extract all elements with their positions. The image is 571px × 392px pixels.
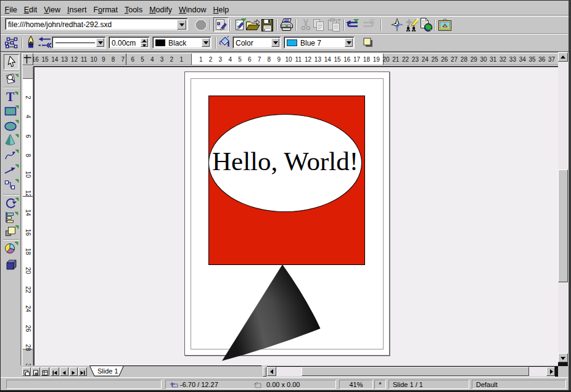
svg-text:Slide 1: Slide 1 — [97, 367, 118, 375]
svg-text:T: T — [6, 91, 15, 102]
